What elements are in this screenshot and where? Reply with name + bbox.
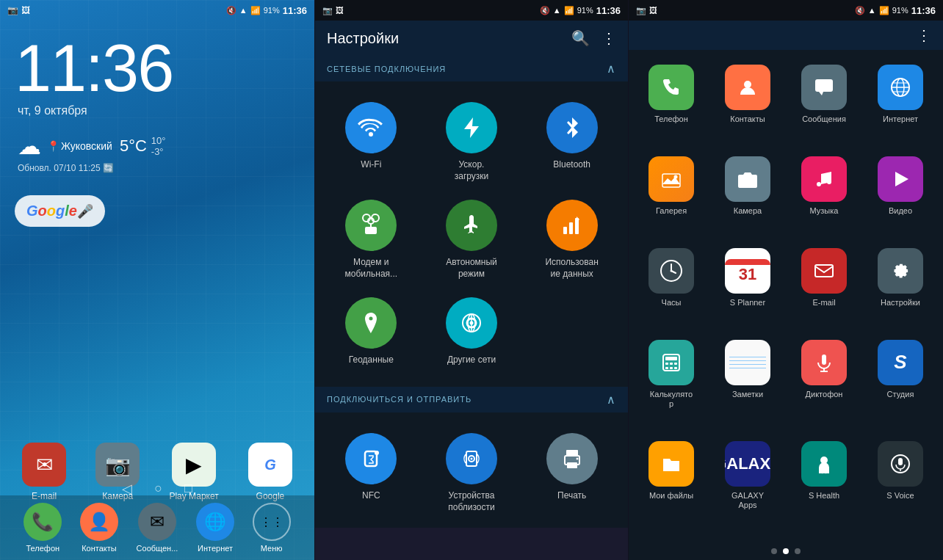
- dock-contacts[interactable]: 👤 Контакты: [80, 503, 118, 553]
- app-calc-icon: [648, 340, 694, 385]
- home-button[interactable]: ○: [154, 481, 162, 497]
- back-button[interactable]: ◁: [122, 481, 132, 497]
- settings-mute-icon: 🔇: [540, 6, 550, 15]
- app-music[interactable]: Музыка: [787, 150, 861, 239]
- othernet-setting[interactable]: Другие сети: [422, 288, 522, 375]
- weather-updated: Обновл. 07/10 11:25 🔄: [18, 163, 114, 173]
- settings-notif-icon1: 📷: [322, 6, 333, 15]
- dock-phone-label: Телефон: [26, 544, 59, 553]
- app-video[interactable]: Видео: [864, 150, 937, 239]
- wifi-setting-label: Wi-Fi: [361, 159, 381, 171]
- app-galaxyapps-icon: GALAXY: [725, 441, 770, 487]
- app-contacts-label: Контакты: [730, 114, 765, 124]
- svg-point-22: [576, 457, 578, 459]
- dock-internet[interactable]: 🌐 Интернет: [196, 503, 234, 553]
- app-email[interactable]: E-mail: [787, 242, 861, 331]
- othernet-setting-icon: [446, 297, 497, 349]
- apps-wifi-icon: ▲: [868, 6, 876, 15]
- image-icon: 🖼: [21, 5, 30, 15]
- app-clock[interactable]: Часы: [635, 242, 708, 331]
- app-music-icon: [801, 156, 847, 202]
- modem-setting[interactable]: Модем имобильная...: [321, 191, 422, 288]
- settings-status-left: 📷 🖼: [322, 6, 344, 15]
- app-messages[interactable]: Сообщения: [787, 59, 861, 148]
- app-myfiles[interactable]: Мои файлы: [635, 435, 708, 534]
- othernet-setting-label: Другие сети: [447, 354, 496, 366]
- dock-internet-icon: 🌐: [196, 503, 234, 541]
- svg-rect-43: [815, 265, 833, 277]
- app-galaxyapps[interactable]: GALAXY GALAXYApps: [711, 435, 784, 534]
- app-notes-label: Заметки: [732, 390, 763, 399]
- print-setting[interactable]: Печать: [521, 424, 622, 522]
- battery-percent: 91%: [264, 6, 280, 15]
- google-search-bar[interactable]: Google 🎤: [15, 195, 105, 227]
- app-email-icon: [801, 248, 847, 294]
- mic-icon[interactable]: 🎤: [77, 203, 93, 219]
- nfc-setting[interactable]: NFC: [321, 424, 422, 522]
- weather-location: 📍 Жуковский 5°C 10° -3°: [47, 135, 165, 157]
- svg-rect-19: [566, 450, 578, 456]
- dock-phone[interactable]: 📞 Телефон: [24, 503, 62, 553]
- geo-setting-icon: [345, 297, 397, 349]
- app-email-label: E-mail: [812, 298, 835, 308]
- bluetooth-setting[interactable]: Bluetooth: [521, 93, 622, 191]
- app-dictaphone[interactable]: Диктофон: [787, 334, 861, 432]
- apps-time: 11:36: [911, 5, 936, 16]
- dock-menu[interactable]: ⋮⋮ Меню: [253, 503, 291, 553]
- network-section-header: СЕТЕВЫЕ ПОДКЛЮЧЕНИЯ ∧: [315, 56, 628, 81]
- app-camera-icon: [725, 156, 770, 202]
- dock-contacts-label: Контакты: [82, 544, 117, 553]
- connect-chevron-icon[interactable]: ∧: [607, 393, 616, 407]
- boost-setting[interactable]: Ускор.загрузки: [422, 93, 522, 191]
- svg-rect-50: [665, 367, 668, 369]
- app-contacts[interactable]: Контакты: [711, 59, 784, 148]
- mute-icon: 🔇: [226, 6, 236, 15]
- apps-battery: 91%: [892, 6, 908, 15]
- svg-rect-52: [674, 367, 677, 369]
- apps-status-bar: 📷 🖼 🔇 ▲ 📶 91% 11:36: [629, 0, 943, 21]
- app-gallery[interactable]: Галерея: [635, 150, 708, 239]
- network-chevron-icon[interactable]: ∧: [607, 62, 616, 76]
- weather-info: 📍 Жуковский 5°C 10° -3°: [47, 135, 165, 157]
- apps-notif-icon1: 📷: [636, 6, 646, 15]
- app-svoice[interactable]: S Voice: [864, 435, 937, 534]
- dock-menu-label: Меню: [261, 544, 283, 553]
- app-shealth[interactable]: S Health: [787, 435, 861, 534]
- app-notes[interactable]: Заметки: [711, 334, 784, 432]
- app-dictaphone-icon: [801, 340, 847, 385]
- lock-status-bar: 📷 🖼 🔇 ▲ 📶 91% 11:36: [0, 0, 314, 21]
- network-settings-grid: Wi-Fi Ускор.загрузки Bluetooth: [315, 81, 628, 387]
- signal-icon: 📶: [250, 6, 261, 15]
- notification-icon: 📷: [7, 5, 18, 15]
- app-internet[interactable]: Интернет: [864, 59, 937, 148]
- app-calc[interactable]: Калькулятор: [635, 334, 708, 432]
- geo-setting[interactable]: Геоданные: [321, 288, 422, 375]
- app-myfiles-label: Мои файлы: [649, 491, 693, 501]
- svg-marker-25: [819, 92, 823, 95]
- apps-panel: 📷 🖼 🔇 ▲ 📶 91% 11:36 ⋮ Телефон: [629, 0, 943, 560]
- app-splanner[interactable]: 31 S Planner: [711, 242, 784, 331]
- pin-icon: 📍: [47, 140, 59, 152]
- wifi-setting[interactable]: Wi-Fi: [321, 93, 422, 191]
- settings-search-icon[interactable]: 🔍: [571, 29, 590, 47]
- dock-phone-icon: 📞: [24, 503, 62, 541]
- svg-point-42: [671, 269, 673, 272]
- boost-setting-label: Ускор.загрузки: [455, 159, 489, 182]
- modem-setting-label: Модем имобильная...: [345, 257, 398, 280]
- neardevices-setting[interactable]: Устройствапоблизости: [422, 424, 522, 522]
- svg-point-36: [817, 182, 821, 186]
- data-usage-setting[interactable]: Использование данных: [521, 191, 622, 288]
- app-phone[interactable]: Телефон: [635, 59, 708, 148]
- app-settings[interactable]: Настройки: [864, 242, 937, 331]
- dock-messages[interactable]: ✉ Сообщен...: [137, 503, 178, 553]
- app-camera[interactable]: Камера: [711, 150, 784, 239]
- settings-more-icon[interactable]: ⋮: [601, 29, 616, 47]
- bluetooth-setting-icon: [546, 102, 598, 153]
- svg-marker-32: [662, 177, 680, 184]
- apps-more-icon[interactable]: ⋮: [917, 26, 931, 44]
- airplane-setting[interactable]: Автономныйрежим: [422, 191, 522, 288]
- app-studio[interactable]: S Студия: [864, 334, 937, 432]
- lock-screen-panel: 📷 🖼 🔇 ▲ 📶 91% 11:36 11:36 чт, 9 октября …: [0, 0, 314, 560]
- recents-button[interactable]: □: [184, 481, 192, 497]
- dock-contacts-icon: 👤: [80, 503, 118, 541]
